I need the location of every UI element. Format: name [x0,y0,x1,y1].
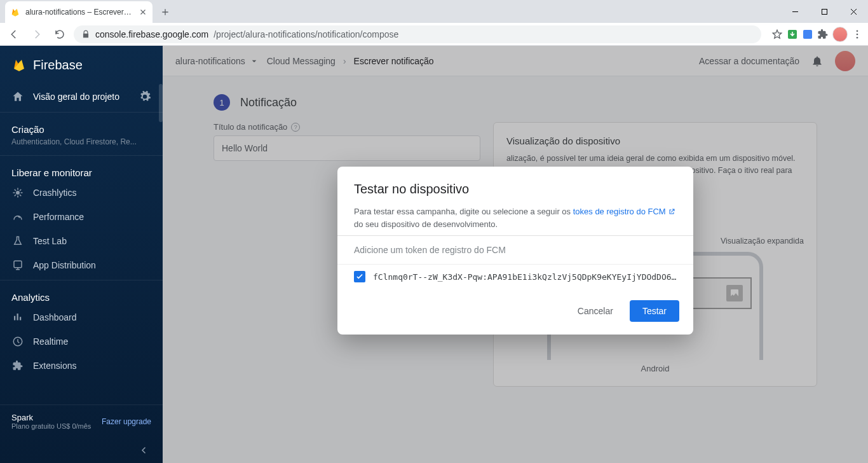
svg-rect-7 [14,261,22,268]
browser-menu-icon[interactable] [851,29,863,40]
sidebar-item-crashlytics[interactable]: Crashlytics [0,181,163,205]
browser-tab[interactable]: alura-notifications – Escrever not [5,1,153,23]
reload-button[interactable] [51,25,69,43]
sidebar-collapse-button[interactable] [0,438,163,463]
dashboard-icon [11,311,24,324]
svg-point-5 [857,36,858,38]
sidebar-criacao-sub: Authentication, Cloud Firestore, Re... [0,137,163,153]
window-controls [780,0,868,23]
sidebar-item-label: Realtime [33,336,68,347]
sidebar-item-extensions[interactable]: Extensions [0,354,163,378]
token-checkbox[interactable] [354,271,365,282]
sidebar-section-analytics[interactable]: Analytics [0,283,163,305]
firebase-logo[interactable]: Firebase [0,46,163,84]
performance-icon [11,211,24,223]
extensions-icon [11,359,24,372]
svg-point-3 [857,30,858,32]
sidebar-item-appdist[interactable]: App Distribution [0,253,163,277]
svg-point-4 [857,33,858,35]
realtime-icon [11,335,24,348]
back-button[interactable] [5,25,23,43]
sidebar-divider [0,155,163,156]
sidebar-section-criacao[interactable]: Criação [0,115,163,137]
sidebar-item-realtime[interactable]: Realtime [0,329,163,354]
url-path: /project/alura-notifications/notificatio… [214,29,398,39]
sidebar-item-label: App Distribution [33,260,96,270]
appdist-icon [11,259,24,272]
plan-name: Spark [11,413,33,422]
window-maximize-button[interactable] [810,0,839,23]
sidebar-divider [0,280,163,280]
firebase-favicon-icon [10,7,20,17]
cancel-button[interactable]: Cancelar [571,300,620,322]
brand-label: Firebase [33,58,83,73]
upgrade-link[interactable]: Fazer upgrade [102,417,151,426]
home-icon [11,90,24,103]
sidebar-divider [0,112,163,113]
forward-button[interactable] [28,25,46,43]
plan-info: Spark Plano gratuito US$ 0/mês [11,413,91,430]
svg-point-6 [16,191,20,195]
sidebar-overview-label: Visão geral do projeto [33,92,119,102]
extension-download-icon[interactable] [787,29,798,40]
window-close-button[interactable] [839,0,868,23]
browser-actions [771,27,863,42]
browser-address-bar: console.firebase.google.com/project/alur… [0,23,868,46]
sidebar-item-overview[interactable]: Visão geral do projeto [0,84,163,109]
sidebar-item-performance[interactable]: Performance [0,205,163,229]
token-row[interactable]: fClnmq0rT--zW_K3dX-Pqw:APA91bE1i3kQzlzVj… [337,264,693,289]
main-content: alura-notifications Cloud Messaging › Es… [163,46,868,463]
external-link-icon [668,208,675,216]
window-minimize-button[interactable] [780,0,810,23]
crashlytics-icon [11,186,24,199]
firebase-icon [11,57,27,73]
modal-description: Para testar essa campanha, digite ou sel… [354,205,677,230]
plan-sub: Plano gratuito US$ 0/mês [11,422,91,430]
close-icon[interactable] [139,8,147,17]
omnibox[interactable]: console.firebase.google.com/project/alur… [74,25,761,43]
test-button[interactable]: Testar [630,300,679,322]
modal-title: Testar no dispositivo [354,182,677,197]
extensions-puzzle-icon[interactable] [817,29,829,40]
sidebar-section-liberar[interactable]: Liberar e monitorar [0,158,163,181]
sidebar-item-dashboard[interactable]: Dashboard [0,305,163,329]
browser-tab-strip: alura-notifications – Escrever not [0,0,868,23]
sidebar-item-label: Extensions [33,361,76,371]
sidebar-item-label: Crashlytics [33,188,76,198]
sidebar-item-label: Dashboard [33,312,77,322]
browser-tab-title: alura-notifications – Escrever not [25,8,133,17]
svg-rect-2 [803,30,812,39]
sidebar-item-label: Test Lab [33,236,67,246]
modal-overlay[interactable]: Testar no dispositivo Para testar essa c… [163,46,868,463]
sidebar-item-testlab[interactable]: Test Lab [0,229,163,253]
url-host: console.firebase.google.com [95,29,208,39]
fcm-tokens-link[interactable]: tokes de registro do FCM [573,205,675,218]
svg-rect-0 [822,9,827,14]
extension-box-icon[interactable] [802,29,813,40]
sidebar-item-label: Performance [33,212,84,222]
test-on-device-modal: Testar no dispositivo Para testar essa c… [337,167,693,335]
sidebar: Firebase Visão geral do projeto Criação … [0,46,163,463]
gear-icon[interactable] [139,90,151,103]
sidebar-footer: Spark Plano gratuito US$ 0/mês Fazer upg… [0,404,163,438]
token-value: fClnmq0rT--zW_K3dX-Pqw:APA91bE1i3kQzlzVj… [373,272,677,282]
lock-icon [81,30,90,39]
star-icon[interactable] [771,29,783,40]
fcm-token-input[interactable] [354,241,677,259]
browser-profile-avatar[interactable] [832,27,848,42]
new-tab-button[interactable] [156,3,174,21]
testlab-icon [11,235,24,247]
